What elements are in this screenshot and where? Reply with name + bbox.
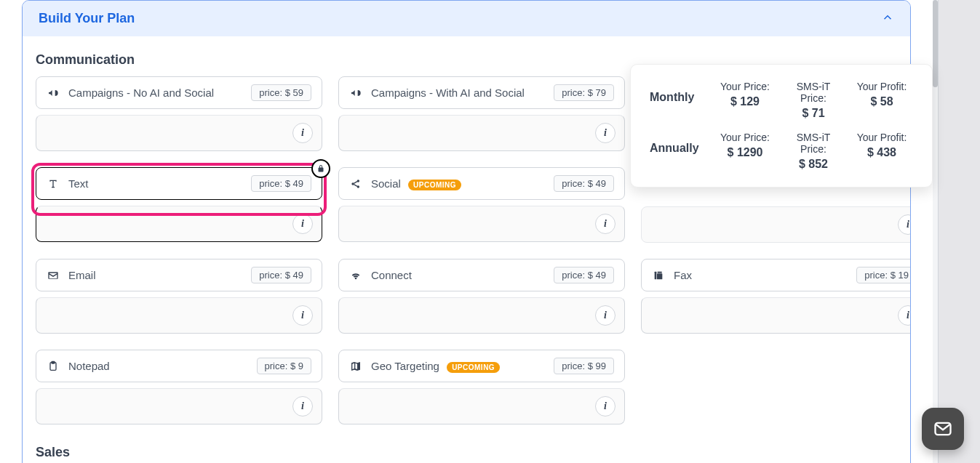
price-badge: price: $ 49 — [554, 175, 614, 192]
upcoming-badge: UPCOMING — [408, 180, 461, 190]
price-badge: price: $ 49 — [251, 267, 311, 283]
plan-card: Connect price: $ 49 i — [338, 259, 625, 334]
map-icon — [349, 360, 362, 373]
summary-your-profit: Your Profit:$ 438 — [850, 132, 913, 171]
plan-name: Email — [68, 268, 96, 283]
info-icon[interactable]: i — [292, 305, 313, 326]
plan-card: Geo Targeting UPCOMING price: $ 99 i — [338, 350, 625, 424]
info-icon[interactable]: i — [292, 123, 313, 143]
plan-card-geo-targeting[interactable]: Geo Targeting UPCOMING price: $ 99 — [338, 350, 625, 382]
section-title-sales: Sales — [36, 445, 897, 460]
summary-monthly-row: Monthly Your Price:$ 129 SMS-iT Price:$ … — [650, 81, 913, 120]
plan-card-campaigns-no-ai[interactable]: Campaigns - No AI and Social price: $ 59 — [36, 76, 322, 109]
megaphone-icon — [47, 86, 60, 100]
plan-card-connect[interactable]: Connect price: $ 49 — [338, 259, 625, 291]
plan-name: Social UPCOMING — [371, 177, 461, 191]
price-summary-card: Monthly Your Price:$ 129 SMS-iT Price:$ … — [630, 64, 933, 188]
info-icon[interactable]: i — [898, 214, 911, 235]
plan-card: Campaigns - No AI and Social price: $ 59… — [36, 76, 322, 151]
summary-smsit-price: SMS-iT Price:$ 71 — [782, 81, 845, 120]
svg-rect-3 — [655, 271, 657, 279]
plan-card-fax[interactable]: Fax price: $ 19 — [641, 259, 911, 291]
plan-name: Text — [68, 177, 89, 191]
upcoming-badge: UPCOMING — [447, 362, 500, 373]
summary-annually-row: Annually Your Price:$ 1290 SMS-iT Price:… — [650, 132, 913, 171]
info-icon[interactable]: i — [898, 305, 911, 326]
fax-icon — [652, 269, 665, 282]
plan-name: Campaigns - No AI and Social — [68, 86, 214, 100]
info-icon[interactable]: i — [292, 214, 313, 234]
summary-your-profit: Your Profit:$ 58 — [850, 81, 913, 120]
info-icon[interactable]: i — [595, 305, 616, 326]
scrollbar[interactable] — [933, 0, 938, 463]
info-icon[interactable]: i — [595, 396, 616, 416]
clipboard-icon — [47, 360, 60, 373]
plan-card-notepad[interactable]: Notepad price: $ 9 — [36, 350, 322, 382]
plan-card: Notepad price: $ 9 i — [36, 350, 322, 424]
plan-card-campaigns-with-ai[interactable]: Campaigns - With AI and Social price: $ … — [338, 76, 625, 109]
plan-card-text[interactable]: Text price: $ 49 — [36, 167, 322, 200]
chevron-up-icon[interactable] — [881, 11, 894, 26]
share-icon — [349, 177, 362, 190]
plan-card: Email price: $ 49 i — [36, 259, 322, 334]
svg-rect-7 — [52, 361, 55, 363]
info-icon[interactable]: i — [595, 214, 616, 234]
panel-title: Build Your Plan — [39, 11, 135, 26]
summary-period-label: Annually — [650, 132, 708, 171]
summary-your-price: Your Price:$ 1290 — [714, 132, 776, 171]
price-badge: price: $ 9 — [257, 358, 311, 374]
panel-header[interactable]: Build Your Plan — [23, 1, 910, 36]
info-icon[interactable]: i — [595, 123, 616, 143]
app-frame: Build Your Plan Communication Cam — [0, 0, 939, 463]
plan-name: Fax — [674, 268, 692, 283]
plan-card-email[interactable]: Email price: $ 49 — [36, 259, 322, 291]
plan-card: Fax price: $ 19 i — [641, 259, 911, 334]
wifi-icon — [349, 269, 362, 282]
price-badge: price: $ 99 — [554, 358, 614, 374]
price-badge: price: $ 59 — [251, 84, 311, 101]
plan-card: Text price: $ 49 i — [36, 167, 322, 242]
envelope-icon — [47, 269, 60, 282]
summary-period-label: Monthly — [650, 81, 708, 120]
plan-name: Geo Targeting UPCOMING — [371, 359, 500, 374]
summary-smsit-price: SMS-iT Price:$ 852 — [782, 132, 845, 171]
plan-name: Notepad — [68, 359, 110, 374]
price-badge: price: $ 49 — [251, 175, 311, 192]
info-icon[interactable]: i — [292, 396, 313, 416]
text-icon — [47, 177, 60, 190]
mail-fab[interactable] — [922, 408, 964, 450]
plan-card-social[interactable]: Social UPCOMING price: $ 49 — [338, 167, 625, 200]
plan-card: Social UPCOMING price: $ 49 i — [338, 167, 625, 242]
plan-name: Campaigns - With AI and Social — [371, 86, 525, 100]
plan-name: Connect — [371, 268, 412, 283]
svg-rect-5 — [658, 271, 662, 273]
summary-your-price: Your Price:$ 129 — [714, 81, 776, 120]
megaphone-icon — [349, 86, 362, 100]
plan-card: Campaigns - With AI and Social price: $ … — [338, 76, 625, 151]
lock-icon — [311, 159, 330, 178]
price-badge: price: $ 19 — [856, 267, 911, 283]
svg-rect-4 — [657, 273, 662, 279]
price-badge: price: $ 79 — [554, 84, 614, 101]
price-badge: price: $ 49 — [554, 267, 614, 283]
